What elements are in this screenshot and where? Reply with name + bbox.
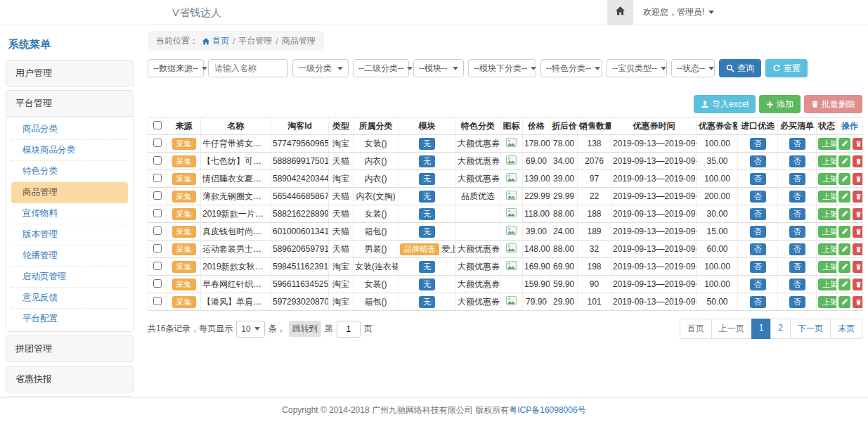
page-jump-input[interactable]: [337, 321, 361, 338]
must-buy-toggle-badge[interactable]: 否: [789, 243, 805, 255]
edit-button[interactable]: [838, 226, 850, 238]
status-badge[interactable]: 上架: [818, 226, 837, 238]
imported-toggle-badge[interactable]: 否: [750, 226, 766, 238]
goods-thumbnail[interactable]: [506, 174, 517, 184]
status-badge[interactable]: 上架: [818, 243, 837, 255]
page-button-2[interactable]: 1: [751, 319, 772, 339]
filter-select-3[interactable]: --二级分类--: [353, 59, 409, 77]
edit-button[interactable]: [838, 173, 850, 185]
reset-button[interactable]: 重置: [765, 59, 808, 77]
page-button-1[interactable]: 上一页: [711, 319, 752, 339]
delete-button[interactable]: [853, 296, 863, 308]
sidebar-group-label-3[interactable]: 省惠快报: [6, 366, 133, 392]
goods-thumbnail[interactable]: [506, 245, 517, 255]
filter-select-7[interactable]: --宝贝类型--: [607, 59, 667, 77]
status-badge[interactable]: 上架: [818, 261, 837, 273]
sidebar-item-1-2[interactable]: 特色分类: [11, 161, 128, 182]
sidebar-item-1-5[interactable]: 版本管理: [11, 224, 128, 245]
goods-thumbnail[interactable]: [506, 210, 517, 219]
page-button-5[interactable]: 末页: [830, 319, 862, 339]
sidebar-item-1-8[interactable]: 意见反馈: [11, 288, 128, 309]
row-checkbox[interactable]: [153, 139, 162, 147]
breadcrumb-home-link[interactable]: 首页: [202, 35, 229, 47]
row-checkbox[interactable]: [153, 244, 162, 252]
search-button[interactable]: 查询: [719, 59, 761, 77]
page-button-3[interactable]: 2: [770, 319, 791, 339]
edit-button[interactable]: [838, 155, 850, 167]
module-none-badge[interactable]: 无: [419, 226, 435, 238]
row-checkbox[interactable]: [153, 226, 162, 235]
row-checkbox[interactable]: [153, 209, 162, 217]
module-none-badge[interactable]: 无: [419, 155, 435, 167]
edit-button[interactable]: [838, 191, 850, 203]
row-checkbox[interactable]: [153, 174, 162, 182]
goods-thumbnail[interactable]: [506, 298, 517, 307]
row-checkbox[interactable]: [153, 279, 162, 288]
sidebar-item-1-3[interactable]: 商品管理: [11, 182, 128, 203]
must-buy-toggle-badge[interactable]: 否: [789, 173, 805, 185]
imported-toggle-badge[interactable]: 否: [750, 261, 766, 273]
delete-button[interactable]: [853, 155, 863, 167]
delete-button[interactable]: [853, 191, 863, 203]
sidebar-item-1-4[interactable]: 宣传物料: [11, 203, 128, 224]
status-badge[interactable]: 上架: [818, 191, 837, 203]
imported-toggle-badge[interactable]: 否: [750, 191, 766, 203]
module-none-badge[interactable]: 无: [419, 138, 435, 150]
status-badge[interactable]: 上架: [818, 208, 837, 220]
filter-select-0[interactable]: --数据来源--: [148, 59, 204, 77]
page-button-0[interactable]: 首页: [680, 319, 712, 339]
filter-select-4[interactable]: --模块--: [413, 59, 464, 77]
delete-button[interactable]: [853, 208, 863, 220]
add-button[interactable]: 添加: [759, 95, 801, 113]
status-badge[interactable]: 上架: [818, 173, 837, 185]
imported-toggle-badge[interactable]: 否: [750, 155, 766, 167]
status-badge[interactable]: 上架: [818, 296, 837, 308]
import-excel-button[interactable]: 导入excel: [694, 95, 756, 113]
edit-button[interactable]: [838, 296, 850, 308]
must-buy-toggle-badge[interactable]: 否: [789, 296, 805, 308]
edit-button[interactable]: [838, 279, 850, 290]
module-none-badge[interactable]: 无: [419, 296, 435, 308]
must-buy-toggle-badge[interactable]: 否: [789, 279, 805, 290]
delete-button[interactable]: [853, 279, 863, 290]
delete-button[interactable]: [853, 173, 863, 185]
must-buy-toggle-badge[interactable]: 否: [789, 138, 805, 150]
module-none-badge[interactable]: 无: [419, 173, 435, 185]
imported-toggle-badge[interactable]: 否: [750, 173, 766, 185]
status-badge[interactable]: 上架: [818, 279, 837, 290]
goods-thumbnail[interactable]: [506, 192, 517, 202]
delete-button[interactable]: [853, 138, 863, 150]
jump-to-button[interactable]: 跳转到: [289, 321, 321, 337]
delete-button[interactable]: [853, 226, 863, 238]
edit-button[interactable]: [838, 138, 850, 150]
sidebar-item-1-6[interactable]: 轮播管理: [11, 245, 128, 267]
goods-thumbnail[interactable]: [506, 157, 517, 167]
goods-thumbnail[interactable]: [506, 262, 517, 272]
goods-thumbnail[interactable]: [506, 139, 517, 149]
home-button[interactable]: [607, 0, 633, 25]
icp-link[interactable]: 粤ICP备16098006号: [509, 404, 585, 416]
must-buy-toggle-badge[interactable]: 否: [789, 155, 805, 167]
status-badge[interactable]: 上架: [818, 138, 837, 150]
imported-toggle-badge[interactable]: 否: [750, 208, 766, 220]
imported-toggle-badge[interactable]: 否: [750, 296, 766, 308]
select-all-checkbox[interactable]: [153, 121, 162, 129]
sidebar-item-1-9[interactable]: 平台配置: [11, 309, 128, 329]
must-buy-toggle-badge[interactable]: 否: [789, 208, 805, 220]
sidebar-item-1-7[interactable]: 启动页管理: [11, 267, 128, 288]
user-menu[interactable]: 欢迎您，管理员!: [643, 0, 714, 25]
module-none-badge[interactable]: 无: [419, 191, 435, 203]
bulk-delete-button[interactable]: 批量删除: [804, 95, 862, 113]
module-none-badge[interactable]: 无: [419, 279, 435, 290]
must-buy-toggle-badge[interactable]: 否: [789, 261, 805, 273]
status-badge[interactable]: 上架: [818, 155, 837, 167]
filter-select-2[interactable]: 一级分类: [292, 59, 349, 77]
filter-select-8[interactable]: --状态--: [671, 59, 715, 77]
filter-select-6[interactable]: --特色分类--: [540, 59, 602, 77]
sidebar-group-label-2[interactable]: 拼团管理: [6, 336, 133, 362]
edit-button[interactable]: [838, 208, 850, 220]
goods-thumbnail[interactable]: [506, 227, 517, 237]
row-checkbox[interactable]: [153, 297, 162, 305]
sidebar-group-label-1[interactable]: 平台管理: [6, 91, 133, 116]
delete-button[interactable]: [853, 243, 863, 255]
